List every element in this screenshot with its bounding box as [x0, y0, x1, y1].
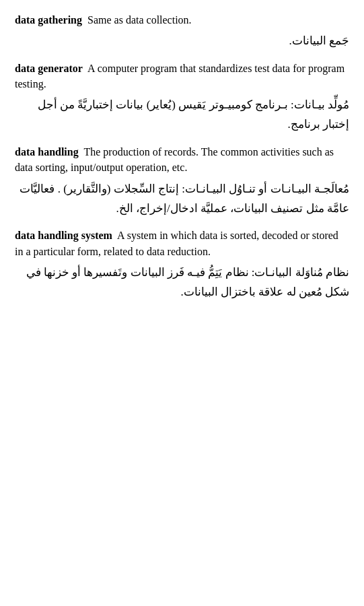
- term-data-handling-system: data handling system: [15, 230, 112, 241]
- term-data-handling: data handling: [15, 146, 79, 158]
- arabic-data-gathering: جَمع البيانات.: [15, 32, 349, 51]
- entry-data-handling: data handling The production of records.…: [15, 144, 349, 218]
- entry-body-data-gathering: data gathering Same as data collection.: [15, 12, 349, 28]
- entry-data-generator: data generator A computer program that s…: [15, 61, 349, 135]
- entry-body-data-handling-system: data handling system A system in which d…: [15, 228, 349, 259]
- arabic-data-handling: مُعالَجـة البيـانـات أو تنـاوُل البيـانـ…: [15, 180, 349, 219]
- entry-body-data-handling: data handling The production of records.…: [15, 144, 349, 175]
- entry-body-data-generator: data generator A computer program that s…: [15, 61, 349, 92]
- definition-data-gathering: Same as data collection.: [85, 14, 192, 26]
- term-data-gathering: data gathering: [15, 14, 82, 26]
- term-data-generator: data generator: [15, 63, 83, 74]
- entry-data-handling-system: data handling system A system in which d…: [15, 228, 349, 302]
- arabic-data-generator: مُولِّد بيـانات: بـرنامج كومبيـوتر يَقيس…: [15, 96, 349, 135]
- arabic-data-handling-system: نظام مُناوَلة البيانـات: نظام يَتِمُّ في…: [15, 263, 349, 302]
- entry-data-gathering: data gathering Same as data collection. …: [15, 12, 349, 51]
